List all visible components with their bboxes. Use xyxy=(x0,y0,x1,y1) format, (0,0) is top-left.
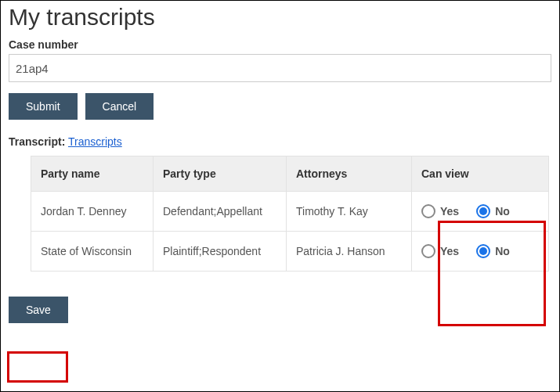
can-view-radio-group: YesNo xyxy=(421,204,539,218)
page-title: My transcripts xyxy=(9,4,551,31)
col-header-party-type: Party type xyxy=(154,156,287,192)
save-button[interactable]: Save xyxy=(9,297,68,323)
radio-label-yes: Yes xyxy=(440,205,459,218)
radio-option-no: No xyxy=(476,244,510,258)
can-view-radio-group: YesNo xyxy=(421,244,539,258)
case-number-label: Case number xyxy=(9,38,551,51)
radio-yes[interactable] xyxy=(421,204,435,218)
radio-no[interactable] xyxy=(476,244,490,258)
radio-no[interactable] xyxy=(476,204,490,218)
transcript-label: Transcript: xyxy=(9,135,65,148)
table-cell-can-view: YesNo xyxy=(412,232,549,272)
parties-table: Party name Party type Attorneys Can view… xyxy=(31,156,549,272)
save-row: Save xyxy=(9,297,551,323)
radio-label-no: No xyxy=(495,245,510,257)
table-cell-attorneys: Patricia J. Hanson xyxy=(287,232,412,272)
col-header-party-name: Party name xyxy=(31,156,154,192)
radio-option-yes: Yes xyxy=(421,204,459,218)
transcripts-link[interactable]: Transcripts xyxy=(68,135,122,148)
submit-button[interactable]: Submit xyxy=(9,93,78,120)
table-cell-party-type: Defendant;Appellant xyxy=(154,192,287,232)
table-row: Jordan T. DenneyDefendant;AppellantTimot… xyxy=(31,192,549,232)
table-cell-party-name: Jordan T. Denney xyxy=(31,192,154,232)
col-header-attorneys: Attorneys xyxy=(287,156,412,192)
table-row: State of WisconsinPlaintiff;RespondentPa… xyxy=(31,232,549,272)
radio-yes[interactable] xyxy=(421,244,435,258)
table-cell-party-name: State of Wisconsin xyxy=(31,232,154,272)
cancel-button[interactable]: Cancel xyxy=(85,93,154,120)
annotation-highlight-save xyxy=(7,351,68,383)
table-cell-attorneys: Timothy T. Kay xyxy=(287,192,412,232)
radio-option-yes: Yes xyxy=(421,244,459,258)
table-cell-party-type: Plaintiff;Respondent xyxy=(154,232,287,272)
radio-label-yes: Yes xyxy=(440,245,459,257)
viewport-frame: My transcripts Case number Submit Cancel… xyxy=(0,0,560,392)
radio-label-no: No xyxy=(495,205,510,218)
radio-option-no: No xyxy=(476,204,510,218)
action-button-row: Submit Cancel xyxy=(9,93,551,120)
parties-table-wrap: Party name Party type Attorneys Can view… xyxy=(31,156,549,272)
table-cell-can-view: YesNo xyxy=(412,192,549,232)
case-number-input[interactable] xyxy=(9,54,551,82)
transcript-line: Transcript: Transcripts xyxy=(9,135,551,148)
col-header-can-view: Can view xyxy=(412,156,549,192)
